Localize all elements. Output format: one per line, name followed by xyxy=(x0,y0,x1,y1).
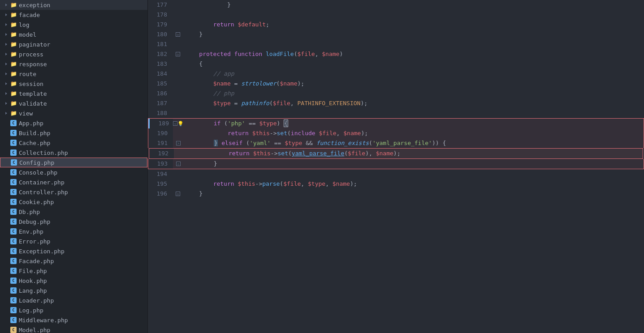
code-line-189: 189◇💡 if ('php' == $type) { xyxy=(148,118,644,128)
sidebar-item-log[interactable]: 📁log xyxy=(0,20,147,30)
sidebar-item-response[interactable]: 📁response xyxy=(0,59,147,69)
line-number: 196 xyxy=(148,189,173,199)
lightbulb-icon[interactable]: 💡 xyxy=(177,121,184,127)
fold-icon[interactable]: ◇ xyxy=(176,32,180,37)
sidebar-item-label: log xyxy=(19,21,29,28)
code-line-181: 181 xyxy=(148,39,644,49)
sidebar-item-buildphp[interactable]: CBuild.php xyxy=(0,128,147,138)
sidebar-item-cookiephp[interactable]: CCookie.php xyxy=(0,197,147,207)
file-icon: C xyxy=(10,326,17,333)
folder-arrow-icon xyxy=(4,61,9,67)
line-gutter xyxy=(173,108,183,118)
sidebar-item-facadephp[interactable]: CFacade.php xyxy=(0,256,147,266)
line-number: 184 xyxy=(148,69,173,79)
file-icon: C xyxy=(10,287,17,294)
code-line-185: 185 $name = strtolower($name); xyxy=(148,79,644,89)
code-line-194: 194 xyxy=(148,169,644,179)
sidebar-item-label: process xyxy=(19,51,43,58)
sidebar-item-envphp[interactable]: CEnv.php xyxy=(0,226,147,236)
sidebar-item-label: Container.php xyxy=(19,179,65,186)
folder-icon: 📁 xyxy=(10,80,17,87)
file-icon: C xyxy=(10,277,17,284)
file-icon: C xyxy=(10,257,17,265)
line-gutter: ◇ xyxy=(173,189,183,199)
fold-icon[interactable]: > xyxy=(176,141,181,145)
folder-icon: 📁 xyxy=(10,41,17,48)
line-gutter xyxy=(173,39,183,49)
sidebar-item-cachephp[interactable]: CCache.php xyxy=(0,138,147,148)
sidebar-item-label: paginator xyxy=(19,41,50,48)
sidebar-item-consolephp[interactable]: CConsole.php xyxy=(0,167,147,177)
line-number: 190 xyxy=(148,128,173,138)
line-number: 178 xyxy=(148,10,173,20)
file-icon: C xyxy=(10,238,17,245)
line-content: return $default; xyxy=(183,20,644,30)
sidebar-item-containerphp[interactable]: CContainer.php xyxy=(0,177,147,187)
sidebar-item-appphp[interactable]: CApp.php xyxy=(0,118,147,128)
sidebar-item-process[interactable]: 📁process xyxy=(0,49,147,59)
sidebar-item-template[interactable]: 📁template xyxy=(0,89,147,98)
line-number: 192 xyxy=(149,149,174,158)
folder-arrow-icon xyxy=(4,32,9,37)
svg-marker-3 xyxy=(5,33,7,36)
file-icon: C xyxy=(10,228,17,235)
sidebar-item-model[interactable]: 📁model xyxy=(0,30,147,39)
fold-icon[interactable]: ◇ xyxy=(176,162,181,166)
line-number: 180 xyxy=(148,30,173,39)
line-content: } xyxy=(183,30,644,39)
file-icon: C xyxy=(10,218,17,225)
sidebar-item-debugphp[interactable]: CDebug.php xyxy=(0,217,147,226)
sidebar-item-label: Config.php xyxy=(19,159,54,166)
sidebar-item-label: route xyxy=(19,71,36,77)
line-number: 182 xyxy=(148,49,173,59)
file-icon: C xyxy=(10,120,17,127)
code-line-179: 179 return $default; xyxy=(148,20,644,30)
line-number: 195 xyxy=(148,179,173,189)
fold-icon[interactable]: ◇ xyxy=(173,121,177,126)
folder-arrow-icon xyxy=(4,2,9,8)
sidebar-item-view[interactable]: 📁view xyxy=(0,108,147,118)
code-line-192: 192 return $this->set(yaml_parse_file($f… xyxy=(149,148,643,159)
file-icon: C xyxy=(10,198,17,205)
sidebar-item-errorphp[interactable]: CError.php xyxy=(0,236,147,246)
fold-icon[interactable]: ◇ xyxy=(176,52,180,56)
sidebar-item-validate[interactable]: 📁validate xyxy=(0,98,147,108)
sidebar-item-paginator[interactable]: 📁paginator xyxy=(0,39,147,49)
sidebar-item-session[interactable]: 📁session xyxy=(0,79,147,89)
sidebar-item-langphp[interactable]: CLang.php xyxy=(0,286,147,295)
folder-arrow-icon xyxy=(4,81,9,86)
line-gutter: ◇💡 xyxy=(173,119,184,128)
folder-arrow-icon xyxy=(4,12,9,17)
line-number: 179 xyxy=(148,20,173,30)
sidebar-item-label: Db.php xyxy=(19,209,40,215)
folder-arrow-icon xyxy=(4,22,9,27)
sidebar-item-hookphp[interactable]: CHook.php xyxy=(0,276,147,286)
sidebar-item-label: File.php xyxy=(19,268,47,274)
sidebar-item-label: Hook.php xyxy=(19,278,47,284)
line-content: } xyxy=(184,159,644,169)
sidebar-item-modelphp[interactable]: CModel.php xyxy=(0,325,147,333)
folder-arrow-icon xyxy=(4,42,9,47)
sidebar-item-route[interactable]: 📁route xyxy=(0,69,147,79)
sidebar-item-label: Facade.php xyxy=(19,258,54,265)
sidebar-item-filephp[interactable]: CFile.php xyxy=(0,266,147,276)
line-number: 185 xyxy=(148,79,173,89)
line-gutter xyxy=(173,69,183,79)
fold-icon[interactable]: ◇ xyxy=(176,192,180,196)
sidebar-item-collectionphp[interactable]: CCollection.php xyxy=(0,148,147,158)
line-content: { xyxy=(183,59,644,69)
line-gutter xyxy=(173,169,183,179)
sidebar-item-dbphp[interactable]: CDb.php xyxy=(0,207,147,217)
file-icon: C xyxy=(10,307,17,314)
sidebar-item-controllerphp[interactable]: CController.php xyxy=(0,187,147,197)
sidebar-item-facade[interactable]: 📁facade xyxy=(0,10,147,20)
sidebar-item-exception[interactable]: 📁exception xyxy=(0,0,147,10)
line-content xyxy=(183,169,644,179)
sidebar-item-logphp[interactable]: CLog.php xyxy=(0,305,147,315)
sidebar-item-configphp[interactable]: CConfig.php xyxy=(0,158,147,167)
folder-icon: 📁 xyxy=(10,11,17,18)
sidebar-item-loaderphp[interactable]: CLoader.php xyxy=(0,295,147,305)
sidebar-item-middlewarephp[interactable]: CMiddleware.php xyxy=(0,315,147,325)
sidebar-item-exceptionphp[interactable]: CException.php xyxy=(0,246,147,256)
code-line-186: 186 // php xyxy=(148,89,644,98)
